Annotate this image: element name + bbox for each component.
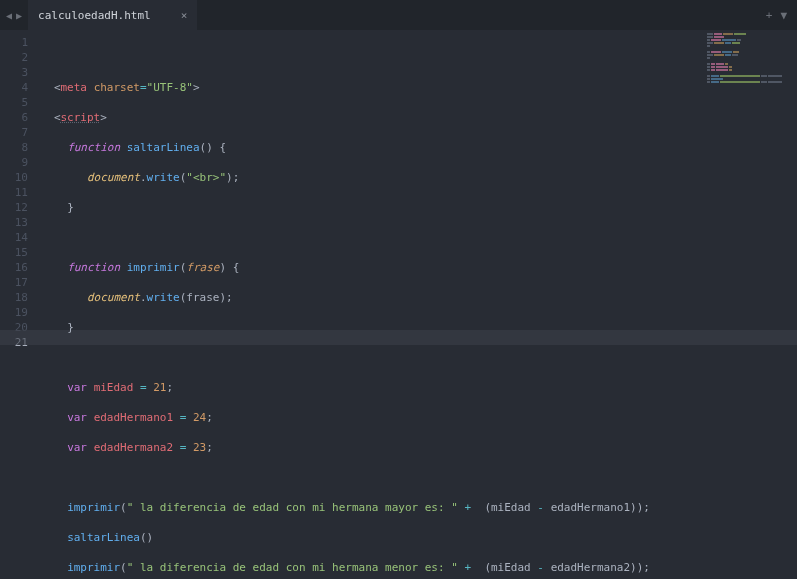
line-number: 3 — [0, 65, 28, 80]
add-tab-button[interactable]: + — [766, 9, 773, 22]
code-line — [34, 470, 797, 485]
nav-arrows: ◀ ▶ — [4, 0, 28, 30]
line-number: 13 — [0, 215, 28, 230]
code-line: var edadHermano1 = 24; — [34, 410, 797, 425]
nav-next-button[interactable]: ▶ — [16, 10, 22, 21]
line-number: 18 — [0, 290, 28, 305]
code-line: imprimir(" la diferencia de edad con mi … — [34, 560, 797, 575]
line-number: 6 — [0, 110, 28, 125]
line-number: 16 — [0, 260, 28, 275]
code-line: } — [34, 200, 797, 215]
code-line: document.write("<br>"); — [34, 170, 797, 185]
code-line: function imprimir(frase) { — [34, 260, 797, 275]
line-number: 10 — [0, 170, 28, 185]
tab-bar: ◀ ▶ calculoedadH.html × + ▼ — [0, 0, 797, 30]
line-number: 15 — [0, 245, 28, 260]
tab-label: calculoedadH.html — [38, 9, 151, 22]
line-number: 1 — [0, 35, 28, 50]
code-line: <script> — [34, 110, 797, 125]
file-tab[interactable]: calculoedadH.html × — [28, 0, 197, 30]
code-line: var miEdad = 21; — [34, 380, 797, 395]
line-number: 12 — [0, 200, 28, 215]
line-number: 9 — [0, 155, 28, 170]
line-number: 8 — [0, 140, 28, 155]
tab-menu-button[interactable]: ▼ — [780, 9, 787, 22]
code-area[interactable]: <meta charset="UTF-8"> <script> function… — [34, 30, 797, 579]
code-line: imprimir(" la diferencia de edad con mi … — [34, 500, 797, 515]
line-number: 11 — [0, 185, 28, 200]
line-number: 5 — [0, 95, 28, 110]
code-line — [34, 230, 797, 245]
line-number: 17 — [0, 275, 28, 290]
active-line-highlight — [0, 330, 797, 345]
close-tab-button[interactable]: × — [181, 9, 188, 22]
code-line: function saltarLinea() { — [34, 140, 797, 155]
code-line: var edadHermana2 = 23; — [34, 440, 797, 455]
line-number: 14 — [0, 230, 28, 245]
editor[interactable]: 1 2 3 4 5 6 7 8 9 10 11 12 13 14 15 16 1… — [0, 30, 797, 579]
code-line: saltarLinea() — [34, 530, 797, 545]
tab-bar-right: + ▼ — [756, 0, 797, 30]
line-number: 19 — [0, 305, 28, 320]
code-line — [34, 350, 797, 365]
line-number: 7 — [0, 125, 28, 140]
nav-prev-button[interactable]: ◀ — [6, 10, 12, 21]
line-number: 4 — [0, 80, 28, 95]
code-line: document.write(frase); — [34, 290, 797, 305]
gutter: 1 2 3 4 5 6 7 8 9 10 11 12 13 14 15 16 1… — [0, 30, 34, 579]
line-number: 2 — [0, 50, 28, 65]
code-line: <meta charset="UTF-8"> — [34, 80, 797, 95]
